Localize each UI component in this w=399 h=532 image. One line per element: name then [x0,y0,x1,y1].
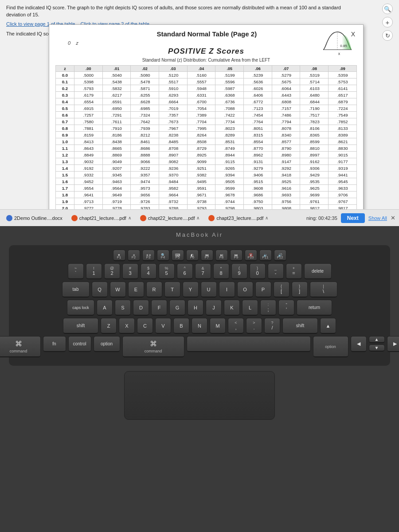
key-w[interactable]: W [110,282,126,297]
prob-cell: .8830 [329,145,357,152]
key-y[interactable]: Y [183,282,199,297]
key-arrow-up[interactable]: ▲ [320,318,336,334]
timer-text: ning: 00:42:35 [306,215,337,221]
key-x[interactable]: X [119,318,135,334]
key-arrow-right[interactable]: ▶ [387,336,399,352]
key-6[interactable]: ^6 [177,263,193,279]
key-slash[interactable]: ?/ [264,318,280,334]
key-f3[interactable]: ☀☀F3 [142,250,155,261]
taskbar-item-pdf3[interactable]: chapt23_lecture....pdf ∧ [206,214,271,222]
prob-cell: .9633 [329,185,357,192]
key-backslash[interactable]: |\ [310,282,337,297]
key-f11[interactable]: 🔉F11 [259,250,272,261]
key-8[interactable]: *8 [213,263,229,279]
key-o[interactable]: O [237,282,253,297]
key-quote[interactable]: "' [278,300,294,316]
key-r[interactable]: R [146,282,162,297]
key-delete[interactable]: delete [304,263,332,279]
touchpad[interactable] [124,371,275,420]
key-c[interactable]: C [137,318,153,334]
key-g[interactable]: G [169,300,185,316]
prob-cell: .7881 [74,125,102,132]
key-tab[interactable]: tab [62,282,90,297]
show-all-button[interactable]: Show All [368,215,387,221]
key-rbracket[interactable]: }] [292,282,308,297]
key-a[interactable]: A [97,300,113,316]
key-f9[interactable]: ⏭F9 [230,250,243,261]
taskbar-item-pdf2[interactable]: chapt22_lecture....pdf ∧ [137,214,203,222]
key-1[interactable]: !1 [86,263,102,279]
key-q[interactable]: Q [92,282,108,297]
key-n[interactable]: N [192,318,207,334]
prob-cell: .7580 [74,118,102,125]
key-e[interactable]: E [128,282,144,297]
key-caps[interactable]: caps lock [67,300,94,316]
key-4[interactable]: $4 [141,263,156,279]
key-i[interactable]: I [219,282,235,297]
key-f2[interactable]: ☀F2 [128,250,140,261]
key-control[interactable]: control [68,336,91,352]
key-f6[interactable]: ◐F6 [186,250,199,261]
next-button[interactable]: Next [341,213,365,223]
prob-cell: .9608 [244,185,272,192]
key-lbracket[interactable]: {[ [274,282,289,297]
key-option-right[interactable]: option [313,336,348,357]
key-f12[interactable]: 🔊F12 [274,250,286,261]
key-f1[interactable]: ✦F1 [113,250,125,261]
key-s[interactable]: S [115,300,131,316]
key-f10[interactable]: 🔇F10 [245,250,257,261]
prob-cell: .8438 [102,138,131,145]
key-period[interactable]: >. [246,318,262,334]
key-minus[interactable]: _- [268,263,284,279]
key-shift-left[interactable]: shift [63,318,98,334]
key-u[interactable]: U [201,282,217,297]
svg-text:0.85: 0.85 [340,44,347,48]
key-f4[interactable]: 🔍F4 [157,250,169,261]
key-space[interactable] [187,336,311,352]
key-cmd-center[interactable]: ⌘ command [122,336,184,357]
key-k[interactable]: K [224,300,240,316]
key-z[interactable]: Z [101,318,117,334]
key-5[interactable]: %5 [159,263,175,279]
key-p[interactable]: P [255,282,271,297]
key-fn-bottom[interactable]: fn [43,336,66,352]
key-f[interactable]: F [151,300,167,316]
key-semicolon[interactable]: :; [260,300,276,316]
zoom-icon[interactable]: + [382,17,393,27]
key-return[interactable]: return [297,300,332,316]
search-icon[interactable]: 🔍 [382,4,393,14]
key-t[interactable]: T [164,282,180,297]
prob-cell: .8790 [272,145,300,152]
key-7[interactable]: &7 [195,263,211,279]
taskbar-item-docx[interactable]: 2Demo Outline....docx [4,214,65,222]
refresh-icon[interactable]: ↻ [382,30,393,41]
key-cmd-left-bottom[interactable]: ⌘ command [0,336,41,357]
key-f5[interactable]: ⌨F5 [172,250,184,261]
key-f7[interactable]: ⏮F7 [201,250,213,261]
key-9[interactable]: (9 [231,263,247,279]
taskbar-item-pdf1[interactable]: chapt21_lecture....pdf ∧ [69,214,134,222]
key-arrow-left[interactable]: ◀ [351,336,367,352]
prob-cell: .7967 [159,125,187,132]
key-equals[interactable]: += [286,263,302,279]
prob-cell: .9332 [74,172,102,178]
key-backtick[interactable]: ~` [68,263,84,279]
key-b[interactable]: B [173,318,189,334]
key-option-left[interactable]: option [94,336,120,352]
key-3[interactable]: #3 [122,263,138,279]
key-h[interactable]: H [188,300,203,316]
key-arrow-down[interactable]: ▼ [369,344,385,352]
key-2[interactable]: @2 [104,263,120,279]
prob-cell: .6554 [74,98,102,105]
key-v[interactable]: V [155,318,171,334]
key-j[interactable]: J [206,300,222,316]
key-f8[interactable]: ⏯F8 [215,250,228,261]
taskbar-close-icon[interactable]: ✕ [391,215,395,221]
key-l[interactable]: L [242,300,258,316]
key-arrow-up2[interactable]: ▲ [369,336,385,343]
key-m[interactable]: M [210,318,226,334]
key-shift-right[interactable]: shift [282,318,318,334]
key-comma[interactable]: <, [228,318,244,334]
key-0[interactable]: )0 [250,263,266,279]
key-d[interactable]: D [133,300,149,316]
